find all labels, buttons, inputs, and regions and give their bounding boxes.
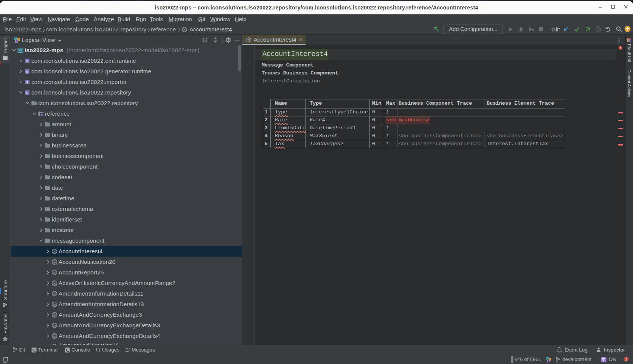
svg-text:S: S	[16, 40, 18, 43]
svg-text:N: N	[53, 271, 55, 274]
svg-text:S: S	[26, 70, 28, 74]
svg-text:D: D	[14, 37, 16, 40]
svg-text:N: N	[53, 313, 55, 317]
svg-text:S: S	[548, 360, 549, 362]
svg-text:S: S	[26, 91, 28, 95]
svg-text:N: N	[53, 324, 55, 327]
svg-text:N: N	[183, 28, 185, 31]
svg-text:L: L	[18, 38, 19, 41]
svg-text:N: N	[53, 335, 55, 338]
svg-text:N: N	[53, 292, 55, 296]
svg-text:S: S	[26, 80, 28, 84]
svg-text:N: N	[53, 260, 55, 264]
svg-text:N: N	[53, 303, 55, 306]
svg-text:N: N	[53, 250, 55, 253]
svg-text:D: D	[547, 358, 548, 360]
svg-text:N: N	[248, 39, 250, 41]
svg-text:N: N	[53, 282, 55, 285]
svg-text:M: M	[40, 113, 43, 117]
svg-text:S: S	[26, 59, 28, 63]
